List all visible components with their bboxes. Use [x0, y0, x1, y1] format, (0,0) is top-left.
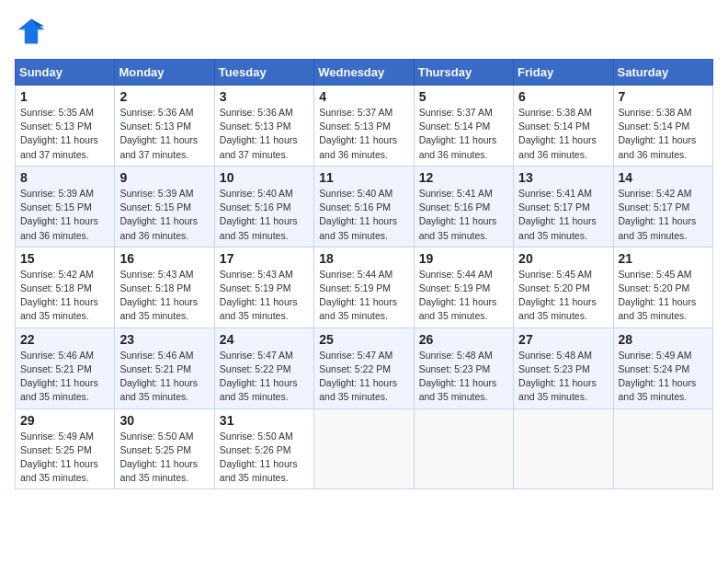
calendar-week-row: 8Sunrise: 5:39 AMSunset: 5:15 PMDaylight…: [16, 166, 713, 247]
day-number: 29: [20, 413, 109, 428]
day-number: 30: [119, 413, 209, 428]
weekday-header: Thursday: [414, 60, 513, 86]
day-info: Sunrise: 5:44 AMSunset: 5:19 PMDaylight:…: [419, 268, 508, 324]
weekday-header-row: SundayMondayTuesdayWednesdayThursdayFrid…: [16, 60, 713, 86]
calendar-cell: 3Sunrise: 5:36 AMSunset: 5:13 PMDaylight…: [214, 86, 313, 167]
calendar-cell: 12Sunrise: 5:41 AMSunset: 5:16 PMDayligh…: [414, 166, 513, 247]
day-number: 8: [20, 170, 109, 185]
calendar-cell: 19Sunrise: 5:44 AMSunset: 5:19 PMDayligh…: [414, 247, 513, 327]
page-header: [15, 15, 713, 48]
calendar-cell: 29Sunrise: 5:49 AMSunset: 5:25 PMDayligh…: [16, 408, 115, 489]
weekday-header: Wednesday: [314, 60, 414, 86]
calendar-cell: 28Sunrise: 5:49 AMSunset: 5:24 PMDayligh…: [613, 327, 712, 408]
day-number: 9: [119, 170, 209, 185]
day-info: Sunrise: 5:45 AMSunset: 5:20 PMDaylight:…: [518, 268, 608, 324]
day-number: 28: [619, 332, 708, 347]
day-info: Sunrise: 5:40 AMSunset: 5:16 PMDaylight:…: [220, 187, 309, 243]
day-info: Sunrise: 5:42 AMSunset: 5:18 PMDaylight:…: [20, 268, 109, 324]
day-info: Sunrise: 5:44 AMSunset: 5:19 PMDaylight:…: [319, 268, 408, 324]
weekday-header: Sunday: [16, 60, 115, 86]
weekday-header: Saturday: [613, 60, 712, 86]
day-number: 20: [518, 251, 608, 266]
day-number: 13: [518, 170, 608, 185]
day-info: Sunrise: 5:40 AMSunset: 5:16 PMDaylight:…: [319, 187, 408, 243]
day-number: 2: [119, 89, 209, 104]
day-number: 12: [419, 170, 508, 185]
calendar-cell: [414, 408, 513, 489]
calendar-cell: 4Sunrise: 5:37 AMSunset: 5:13 PMDaylight…: [314, 86, 414, 167]
calendar-week-row: 1Sunrise: 5:35 AMSunset: 5:13 PMDaylight…: [16, 86, 713, 167]
calendar-cell: 16Sunrise: 5:43 AMSunset: 5:18 PMDayligh…: [115, 247, 214, 327]
calendar-cell: 11Sunrise: 5:40 AMSunset: 5:16 PMDayligh…: [314, 166, 414, 247]
day-number: 3: [220, 89, 309, 104]
day-info: Sunrise: 5:45 AMSunset: 5:20 PMDaylight:…: [619, 268, 708, 324]
day-number: 23: [119, 332, 209, 347]
calendar-cell: 7Sunrise: 5:38 AMSunset: 5:14 PMDaylight…: [613, 86, 712, 167]
day-info: Sunrise: 5:38 AMSunset: 5:14 PMDaylight:…: [518, 106, 608, 162]
day-info: Sunrise: 5:50 AMSunset: 5:26 PMDaylight:…: [220, 430, 309, 486]
logo-icon: [15, 15, 48, 48]
day-info: Sunrise: 5:43 AMSunset: 5:19 PMDaylight:…: [220, 268, 309, 324]
day-number: 25: [319, 332, 408, 347]
calendar-cell: 31Sunrise: 5:50 AMSunset: 5:26 PMDayligh…: [214, 408, 313, 489]
day-number: 1: [20, 89, 109, 104]
calendar-cell: 20Sunrise: 5:45 AMSunset: 5:20 PMDayligh…: [514, 247, 613, 327]
day-number: 24: [220, 332, 309, 347]
calendar-cell: 2Sunrise: 5:36 AMSunset: 5:13 PMDaylight…: [115, 86, 214, 167]
day-number: 22: [20, 332, 109, 347]
day-info: Sunrise: 5:39 AMSunset: 5:15 PMDaylight:…: [119, 187, 209, 243]
calendar-cell: 9Sunrise: 5:39 AMSunset: 5:15 PMDaylight…: [115, 166, 214, 247]
day-info: Sunrise: 5:39 AMSunset: 5:15 PMDaylight:…: [20, 187, 109, 243]
day-info: Sunrise: 5:37 AMSunset: 5:13 PMDaylight:…: [319, 106, 408, 162]
calendar-cell: 26Sunrise: 5:48 AMSunset: 5:23 PMDayligh…: [414, 327, 513, 408]
day-info: Sunrise: 5:36 AMSunset: 5:13 PMDaylight:…: [220, 106, 309, 162]
day-number: 14: [619, 170, 708, 185]
day-info: Sunrise: 5:50 AMSunset: 5:25 PMDaylight:…: [119, 430, 209, 486]
calendar-cell: 15Sunrise: 5:42 AMSunset: 5:18 PMDayligh…: [16, 247, 115, 327]
day-info: Sunrise: 5:46 AMSunset: 5:21 PMDaylight:…: [119, 349, 209, 405]
day-number: 18: [319, 251, 408, 266]
day-info: Sunrise: 5:43 AMSunset: 5:18 PMDaylight:…: [119, 268, 209, 324]
weekday-header: Friday: [514, 60, 613, 86]
day-number: 15: [20, 251, 109, 266]
calendar-cell: 27Sunrise: 5:48 AMSunset: 5:23 PMDayligh…: [514, 327, 613, 408]
day-info: Sunrise: 5:38 AMSunset: 5:14 PMDaylight:…: [619, 106, 708, 162]
weekday-header: Tuesday: [214, 60, 313, 86]
calendar-week-row: 15Sunrise: 5:42 AMSunset: 5:18 PMDayligh…: [16, 247, 713, 327]
calendar-cell: 22Sunrise: 5:46 AMSunset: 5:21 PMDayligh…: [16, 327, 115, 408]
day-info: Sunrise: 5:48 AMSunset: 5:23 PMDaylight:…: [518, 349, 608, 405]
calendar-cell: 17Sunrise: 5:43 AMSunset: 5:19 PMDayligh…: [214, 247, 313, 327]
day-number: 10: [220, 170, 309, 185]
calendar-cell: 25Sunrise: 5:47 AMSunset: 5:22 PMDayligh…: [314, 327, 414, 408]
calendar-cell: 30Sunrise: 5:50 AMSunset: 5:25 PMDayligh…: [115, 408, 214, 489]
day-number: 31: [220, 413, 309, 428]
day-number: 11: [319, 170, 408, 185]
calendar-cell: [514, 408, 613, 489]
day-number: 17: [220, 251, 309, 266]
day-number: 19: [419, 251, 508, 266]
calendar-cell: 10Sunrise: 5:40 AMSunset: 5:16 PMDayligh…: [214, 166, 313, 247]
calendar-cell: 24Sunrise: 5:47 AMSunset: 5:22 PMDayligh…: [214, 327, 313, 408]
day-number: 27: [518, 332, 608, 347]
calendar-week-row: 29Sunrise: 5:49 AMSunset: 5:25 PMDayligh…: [16, 408, 713, 489]
day-number: 26: [419, 332, 508, 347]
calendar-cell: 5Sunrise: 5:37 AMSunset: 5:14 PMDaylight…: [414, 86, 513, 167]
day-number: 16: [119, 251, 209, 266]
day-info: Sunrise: 5:41 AMSunset: 5:16 PMDaylight:…: [419, 187, 508, 243]
day-number: 4: [319, 89, 408, 104]
calendar-week-row: 22Sunrise: 5:46 AMSunset: 5:21 PMDayligh…: [16, 327, 713, 408]
day-number: 21: [619, 251, 708, 266]
calendar-cell: [314, 408, 414, 489]
weekday-header: Monday: [115, 60, 214, 86]
calendar-cell: 6Sunrise: 5:38 AMSunset: 5:14 PMDaylight…: [514, 86, 613, 167]
day-info: Sunrise: 5:48 AMSunset: 5:23 PMDaylight:…: [419, 349, 508, 405]
day-number: 7: [619, 89, 708, 104]
day-info: Sunrise: 5:35 AMSunset: 5:13 PMDaylight:…: [20, 106, 109, 162]
calendar-cell: 13Sunrise: 5:41 AMSunset: 5:17 PMDayligh…: [514, 166, 613, 247]
calendar-cell: 1Sunrise: 5:35 AMSunset: 5:13 PMDaylight…: [16, 86, 115, 167]
calendar-cell: [613, 408, 712, 489]
day-info: Sunrise: 5:49 AMSunset: 5:25 PMDaylight:…: [20, 430, 109, 486]
day-number: 5: [419, 89, 508, 104]
calendar-cell: 18Sunrise: 5:44 AMSunset: 5:19 PMDayligh…: [314, 247, 414, 327]
day-number: 6: [518, 89, 608, 104]
